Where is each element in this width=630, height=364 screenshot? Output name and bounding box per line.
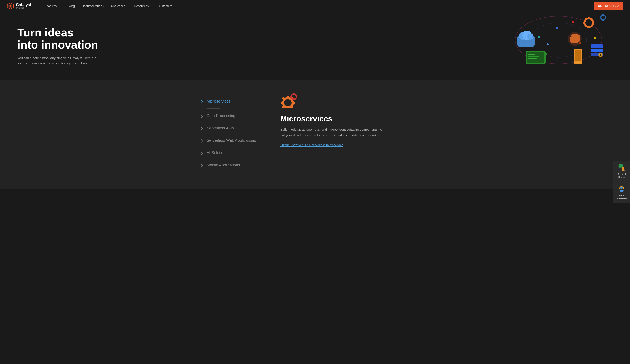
- side-widgets: Request Demo Free Consultation: [613, 161, 630, 203]
- nav-features[interactable]: Features ▾: [42, 2, 62, 9]
- nav-resources[interactable]: Resources ▾: [131, 2, 154, 9]
- logo-subtitle: by Zoho: [16, 7, 31, 9]
- sidebar-item-data-processing[interactable]: ❯ Data Processing: [198, 110, 267, 122]
- svg-point-48: [579, 42, 581, 44]
- navbar: Catalyst by Zoho Features ▾ Pricing Docu…: [0, 0, 630, 12]
- chevron-right-icon: ❯: [200, 164, 203, 167]
- svg-rect-16: [583, 22, 585, 23]
- svg-rect-24: [602, 14, 604, 16]
- hero-subtitle: You can create almost anything with Cata…: [17, 55, 104, 66]
- svg-rect-30: [527, 52, 544, 63]
- svg-rect-63: [290, 96, 292, 98]
- svg-rect-14: [588, 17, 590, 19]
- chevron-down-icon: ▾: [58, 5, 58, 7]
- hero-title: Turn ideas into innovation: [17, 26, 104, 51]
- chevron-right-icon: ❯: [200, 139, 203, 142]
- hero-content: Turn ideas into innovation You can creat…: [0, 13, 121, 79]
- sidebar-item-serverless-web-apps[interactable]: ❯ Serverless Web Applications: [198, 134, 267, 147]
- get-started-button[interactable]: GET STARTED: [594, 2, 623, 10]
- svg-rect-71: [619, 188, 620, 189]
- nav-pricing[interactable]: Pricing: [62, 2, 78, 9]
- svg-point-13: [587, 21, 590, 24]
- free-consultation-label: Free Consultation: [615, 194, 628, 200]
- svg-rect-51: [287, 96, 289, 99]
- chevron-right-icon: ❯: [200, 127, 203, 130]
- detail-tutorial-link[interactable]: Tutorial: how to build a serverless micr…: [280, 143, 343, 147]
- svg-rect-61: [293, 93, 295, 95]
- svg-rect-42: [538, 36, 540, 38]
- svg-point-60: [293, 96, 295, 98]
- hero-svg: [504, 10, 613, 70]
- chevron-down-icon: ▾: [126, 5, 127, 7]
- microservices-icon: [280, 93, 298, 108]
- sidebar-item-serverless-apis[interactable]: ❯ Serverless APIs: [198, 122, 267, 134]
- detail-panel: Microservices Build modular, autonomous,…: [276, 93, 432, 172]
- nav-customers[interactable]: Customers: [154, 2, 175, 9]
- request-demo-label: Request Demo: [617, 173, 626, 179]
- svg-rect-37: [591, 44, 603, 48]
- free-consultation-button[interactable]: Free Consultation: [613, 182, 630, 203]
- svg-rect-15: [588, 26, 590, 28]
- svg-rect-53: [281, 102, 284, 104]
- nav-links: Features ▾ Pricing Documentation ▾ Use-c…: [42, 2, 594, 9]
- sidebar-item-mobile-apps[interactable]: ❯ Mobile Applications: [198, 159, 267, 172]
- svg-point-23: [602, 17, 604, 18]
- svg-rect-31: [528, 54, 535, 55]
- svg-point-67: [622, 167, 624, 169]
- chevron-right-icon: ❯: [200, 114, 203, 118]
- svg-point-36: [577, 61, 579, 63]
- main-inner: ❯ Microservices ❯ Data Processing ❯ Serv…: [185, 93, 445, 172]
- svg-rect-64: [296, 96, 297, 98]
- svg-rect-52: [287, 107, 289, 108]
- chevron-down-icon: ▾: [103, 5, 104, 7]
- svg-rect-54: [292, 102, 295, 104]
- consultation-icon: [618, 185, 625, 192]
- main-section: ❯ Microservices ❯ Data Processing ❯ Serv…: [0, 80, 630, 189]
- sidebar-divider: [207, 108, 220, 109]
- svg-rect-33: [528, 58, 537, 59]
- nav-documentation[interactable]: Documentation ▾: [79, 2, 107, 9]
- svg-rect-72: [623, 188, 624, 189]
- svg-marker-66: [619, 167, 621, 168]
- svg-rect-44: [572, 20, 574, 23]
- svg-rect-43: [556, 27, 558, 29]
- svg-point-47: [547, 43, 548, 45]
- svg-point-46: [594, 37, 596, 39]
- logo[interactable]: Catalyst by Zoho: [7, 2, 31, 9]
- nav-use-cases[interactable]: Use-cases ▾: [108, 2, 130, 9]
- logo-icon: [7, 2, 14, 9]
- svg-rect-32: [528, 56, 539, 57]
- logo-title: Catalyst: [16, 3, 31, 7]
- request-demo-button[interactable]: Request Demo: [613, 161, 630, 182]
- svg-rect-17: [592, 22, 594, 23]
- svg-rect-35: [574, 50, 582, 61]
- svg-rect-26: [600, 17, 602, 18]
- chevron-right-icon: ❯: [200, 151, 203, 155]
- sidebar-list: ❯ Microservices ❯ Data Processing ❯ Serv…: [198, 93, 267, 172]
- hero-illustration: [504, 10, 613, 70]
- detail-description: Build modular, autonomous, and independe…: [280, 127, 384, 138]
- chevron-down-icon: ▾: [150, 5, 150, 7]
- svg-rect-62: [293, 98, 295, 100]
- svg-point-7: [527, 33, 534, 40]
- svg-rect-27: [605, 17, 606, 18]
- svg-point-70: [620, 189, 624, 192]
- svg-rect-45: [546, 53, 548, 55]
- svg-point-68: [622, 169, 624, 171]
- demo-icon: [618, 164, 625, 171]
- svg-rect-65: [618, 164, 623, 167]
- sidebar-item-ai-solutions[interactable]: ❯ AI Solutions: [198, 147, 267, 159]
- svg-rect-38: [591, 49, 603, 52]
- svg-point-50: [286, 101, 290, 105]
- chevron-right-icon: ❯: [200, 100, 203, 103]
- svg-point-41: [600, 54, 602, 56]
- detail-title: Microservices: [280, 114, 432, 123]
- svg-rect-25: [602, 19, 604, 21]
- sidebar-item-microservices[interactable]: ❯ Microservices: [198, 95, 267, 108]
